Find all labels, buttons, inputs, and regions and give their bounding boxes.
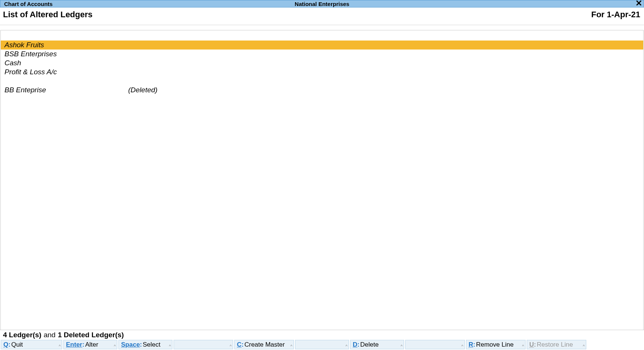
page-title: List of Altered Ledgers [3,10,93,20]
ledger-name: Profit & Loss A/c [4,68,128,76]
ledger-name: Cash [4,59,128,67]
caret-icon: ^ [583,344,585,348]
ledger-row[interactable]: Profit & Loss A/c [1,68,643,77]
create-master-button[interactable]: C: Create Master ^ [234,340,294,349]
spacer [1,77,643,86]
delete-button[interactable]: D: Delete ^ [350,340,404,349]
ledger-count: 4 Ledger(s) [3,331,41,339]
subtitle-bar: List of Altered Ledgers For 1-Apr-21 [0,8,644,25]
caret-icon: ^ [461,344,463,348]
empty-button[interactable]: ^ [295,340,349,349]
ledger-row[interactable]: Cash [1,59,643,68]
summary-bar: 4 Ledger(s) and 1 Deleted Ledger(s) [0,330,644,340]
close-icon[interactable]: ✕ [635,0,642,7]
button-bar: Q: Quit ^ Enter: Alter ^ Space: Select ^… [0,340,644,350]
title-bar: Chart of Accounts National Enterprises ✕ [0,0,644,8]
date-label: For 1-Apr-21 [591,10,640,20]
title-bar-center: National Enterprises [295,1,349,7]
alter-button[interactable]: Enter: Alter ^ [63,340,117,349]
remove-line-button[interactable]: R: Remove Line ^ [466,340,526,349]
caret-icon: ^ [291,344,292,348]
deleted-ledger-count: 1 Deleted Ledger(s) [58,331,124,339]
ledger-name: BSB Enterprises [4,50,128,58]
caret-icon: ^ [230,344,232,348]
empty-button[interactable]: ^ [405,340,465,349]
caret-icon: ^ [522,344,524,348]
summary-connector: and [43,331,55,339]
restore-line-button[interactable]: U: Restore Line ^ [527,340,586,349]
ledger-row[interactable]: Ashok Fruits [1,41,643,50]
title-bar-left: Chart of Accounts [0,1,52,7]
quit-button[interactable]: Q: Quit ^ [1,340,62,349]
select-button[interactable]: Space: Select ^ [118,340,172,349]
empty-button[interactable]: ^ [174,340,233,349]
ledger-row[interactable]: BSB Enterprises [1,50,643,59]
caret-icon: ^ [346,344,347,348]
ledger-name: BB Enteprise [4,86,128,94]
ledger-name: Ashok Fruits [4,41,128,49]
caret-icon: ^ [401,344,403,348]
caret-icon: ^ [59,344,61,348]
ledger-list: Ashok Fruits BSB Enterprises Cash Profit… [0,30,644,330]
caret-icon: ^ [114,344,116,348]
ledger-row-deleted[interactable]: BB Enteprise (Deleted) [1,86,643,95]
caret-icon: ^ [169,344,171,348]
ledger-status: (Deleted) [128,86,157,94]
